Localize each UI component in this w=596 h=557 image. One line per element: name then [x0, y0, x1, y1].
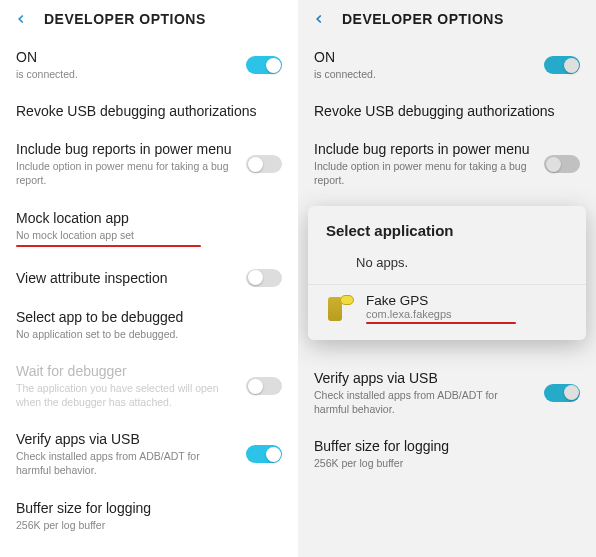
revoke-usb-row[interactable]: Revoke USB debugging authorizations	[298, 92, 596, 130]
page-title: DEVELOPER OPTIONS	[342, 11, 504, 27]
bug-report-row[interactable]: Include bug reports in power menu Includ…	[298, 130, 596, 198]
bug-report-row[interactable]: Include bug reports in power menu Includ…	[0, 130, 298, 198]
right-screenshot: DEVELOPER OPTIONS ON is connected. Revok…	[298, 0, 596, 557]
on-label: ON	[16, 49, 236, 65]
no-apps-option[interactable]: No apps.	[308, 249, 586, 284]
verify-apps-toggle[interactable]	[544, 384, 580, 402]
select-app-row[interactable]: Select app to be debugged No application…	[0, 298, 298, 352]
left-screenshot: DEVELOPER OPTIONS ON is connected. Revok…	[0, 0, 298, 557]
header: DEVELOPER OPTIONS	[0, 0, 298, 38]
master-toggle[interactable]	[544, 56, 580, 74]
wait-debugger-toggle	[246, 377, 282, 395]
master-toggle[interactable]	[246, 56, 282, 74]
view-attribute-toggle[interactable]	[246, 269, 282, 287]
back-icon[interactable]	[12, 10, 30, 28]
mock-location-row[interactable]: Mock location app No mock location app s…	[0, 199, 298, 258]
bug-report-toggle[interactable]	[246, 155, 282, 173]
fakegps-app-icon	[326, 295, 354, 323]
app-option-fakegps[interactable]: Fake GPS com.lexa.fakegps	[308, 284, 586, 332]
on-sub: is connected.	[16, 67, 236, 81]
revoke-usb-row[interactable]: Revoke USB debugging authorizations	[0, 92, 298, 130]
highlight-underline	[16, 245, 201, 247]
header: DEVELOPER OPTIONS	[298, 0, 596, 38]
verify-apps-toggle[interactable]	[246, 445, 282, 463]
buffer-size-row[interactable]: Buffer size for logging 256K per log buf…	[298, 427, 596, 481]
master-toggle-row[interactable]: ON is connected.	[0, 38, 298, 92]
wait-debugger-row: Wait for debugger The application you ha…	[0, 352, 298, 420]
bug-report-toggle[interactable]	[544, 155, 580, 173]
back-icon[interactable]	[310, 10, 328, 28]
view-attribute-row[interactable]: View attribute inspection	[0, 258, 298, 298]
dialog-title: Select application	[308, 222, 586, 249]
page-title: DEVELOPER OPTIONS	[44, 11, 206, 27]
highlight-underline	[366, 322, 516, 324]
master-toggle-row[interactable]: ON is connected.	[298, 38, 596, 92]
buffer-size-row[interactable]: Buffer size for logging 256K per log buf…	[0, 489, 298, 543]
verify-apps-row[interactable]: Verify apps via USB Check installed apps…	[298, 359, 596, 427]
select-application-dialog: Select application No apps. Fake GPS com…	[308, 206, 586, 340]
verify-apps-row[interactable]: Verify apps via USB Check installed apps…	[0, 420, 298, 488]
